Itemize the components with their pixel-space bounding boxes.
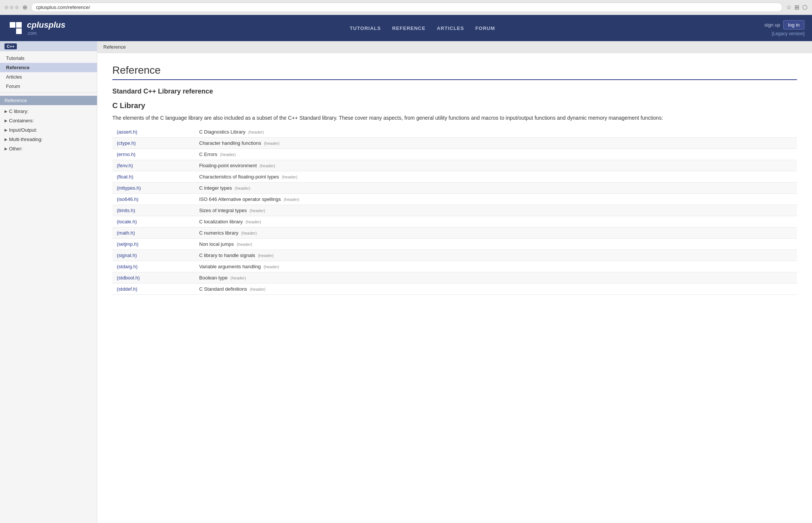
address-bar[interactable]: cplusplus.com/reference/ [31,3,782,12]
nav-reference[interactable]: REFERENCE [392,25,425,31]
desc-text: C Standard definitions [199,286,247,292]
bookmark-icon[interactable]: ☆ [786,4,791,11]
arrow-icon: ▶ [4,119,7,123]
extension-icon[interactable]: ⬡ [802,4,808,11]
arrow-icon: ▶ [4,128,7,132]
table-cell-link: (iso646.h) [112,194,195,205]
main-content: Reference Standard C++ Library reference… [97,53,812,523]
table-cell-desc: Characteristics of floating-point types … [195,171,797,183]
ref-link[interactable]: (ctype.h) [117,140,136,146]
ref-link[interactable]: (signal.h) [117,253,137,258]
table-cell-desc: C Diagnostics Library (header) [195,126,797,138]
table-row: (fenv.h) Floating-point environment (hea… [112,160,797,171]
ref-link[interactable]: (stdarg.h) [117,264,138,269]
header-tag: (header) [235,186,250,190]
table-cell-desc: C localization library (header) [195,216,797,227]
translate-icon[interactable]: ⊞ [794,4,799,11]
nav-tutorials[interactable]: TUTORIALS [350,25,381,31]
nav-forum[interactable]: FORUM [475,25,495,31]
table-row: (ctype.h) Character handling functions (… [112,138,797,149]
table-cell-link: (limits.h) [112,205,195,216]
ref-link[interactable]: (float.h) [117,174,133,180]
header-tag: (header) [258,253,274,258]
table-cell-link: (fenv.h) [112,160,195,171]
desc-text: Character handling functions [199,140,261,146]
auth-buttons: sign up log in [764,20,805,30]
table-cell-desc: C Standard definitions (header) [195,284,797,295]
header-tag: (header) [237,242,252,247]
sidebar: C++ Tutorials Reference Articles Forum R… [0,41,97,523]
desc-text: C integer types [199,185,232,191]
table-cell-link: (setjmp.h) [112,239,195,250]
table-row: (signal.h) C library to handle signals (… [112,250,797,261]
desc-text: C localization library [199,219,243,224]
table-cell-link: (signal.h) [112,250,195,261]
ref-link[interactable]: (stddef.h) [117,286,137,292]
sidebar-item-reference[interactable]: Reference [0,63,97,72]
desc-text: C Diagnostics Library [199,129,246,135]
sidebar-ref-io[interactable]: ▶ Input/Output: [0,125,97,135]
sidebar-item-tutorials[interactable]: Tutorials [0,53,97,63]
table-cell-link: (errno.h) [112,149,195,160]
legacy-version-link[interactable]: [Legacy version] [772,31,805,36]
desc-text: Sizes of integral types [199,208,247,213]
section-heading: Standard C++ Library reference [112,88,797,95]
header-tag: (header) [246,220,261,224]
table-cell-link: (float.h) [112,171,195,183]
ref-link[interactable]: (setjmp.h) [117,241,139,247]
logo-suffix: .com [27,31,37,36]
browser-dot [15,6,19,9]
table-row: (inttypes.h) C integer types (header) [112,183,797,194]
table-cell-desc: Character handling functions (header) [195,138,797,149]
nav-articles[interactable]: ARTICLES [437,25,464,31]
sidebar-ref-threading[interactable]: ▶ Multi-threading: [0,135,97,144]
ref-link[interactable]: (assert.h) [117,129,137,135]
table-cell-link: (math.h) [112,227,195,239]
table-row: (limits.h) Sizes of integral types (head… [112,205,797,216]
ref-link[interactable]: (limits.h) [117,208,135,213]
ref-link[interactable]: (math.h) [117,230,135,236]
table-cell-link: (ctype.h) [112,138,195,149]
sidebar-ref-other[interactable]: ▶ Other: [0,144,97,153]
reference-table: (assert.h) C Diagnostics Library (header… [112,126,797,295]
logo-area[interactable]: cplusplus .com [7,20,66,36]
ref-link[interactable]: (iso646.h) [117,196,139,202]
ref-link[interactable]: (stdbool.h) [117,275,140,281]
table-cell-desc: Boolean type (header) [195,272,797,284]
page-title: Reference [112,64,797,80]
arrow-icon: ▶ [4,109,7,113]
sidebar-ref-label: Multi-threading: [9,137,43,142]
ref-section-header: Reference [0,96,97,105]
table-cell-desc: Non local jumps (header) [195,239,797,250]
ref-link[interactable]: (fenv.h) [117,163,133,168]
header-tag: (header) [282,175,298,179]
header-tag: (header) [284,197,299,202]
sidebar-item-articles[interactable]: Articles [0,72,97,82]
browser-dot [4,6,8,9]
ref-link[interactable]: (errno.h) [117,152,136,157]
header-tag: (header) [260,163,276,168]
table-row: (errno.h) C Errors (header) [112,149,797,160]
content-inner: Reference Standard C++ Library reference… [97,53,812,312]
table-row: (assert.h) C Diagnostics Library (header… [112,126,797,138]
clibrary-heading: C Library [112,101,797,110]
right-panel: Reference Reference Standard C++ Library… [97,41,812,523]
sidebar-item-forum[interactable]: Forum [0,82,97,91]
table-cell-desc: C numerics library (header) [195,227,797,239]
sidebar-ref-list: ▶ C library: ▶ Containers: ▶ Input/Outpu… [0,105,97,155]
ref-link[interactable]: (inttypes.h) [117,185,141,191]
nav-auth: sign up log in [Legacy version] [764,20,805,36]
sidebar-ref-label: C library: [9,108,28,114]
sign-up-link[interactable]: sign up [764,22,780,28]
log-in-button[interactable]: log in [783,20,805,30]
table-row: (float.h) Characteristics of floating-po… [112,171,797,183]
ref-link[interactable]: (locale.h) [117,219,137,224]
page-layout: C++ Tutorials Reference Articles Forum R… [0,41,812,523]
sidebar-ref-containers[interactable]: ▶ Containers: [0,116,97,125]
logo-name: cplusplus [27,20,66,30]
arrow-icon: ▶ [4,137,7,141]
table-row: (locale.h) C localization library (heade… [112,216,797,227]
table-cell-link: (stdbool.h) [112,272,195,284]
table-row: (stdarg.h) Variable arguments handling (… [112,261,797,272]
sidebar-ref-clibrary[interactable]: ▶ C library: [0,107,97,116]
